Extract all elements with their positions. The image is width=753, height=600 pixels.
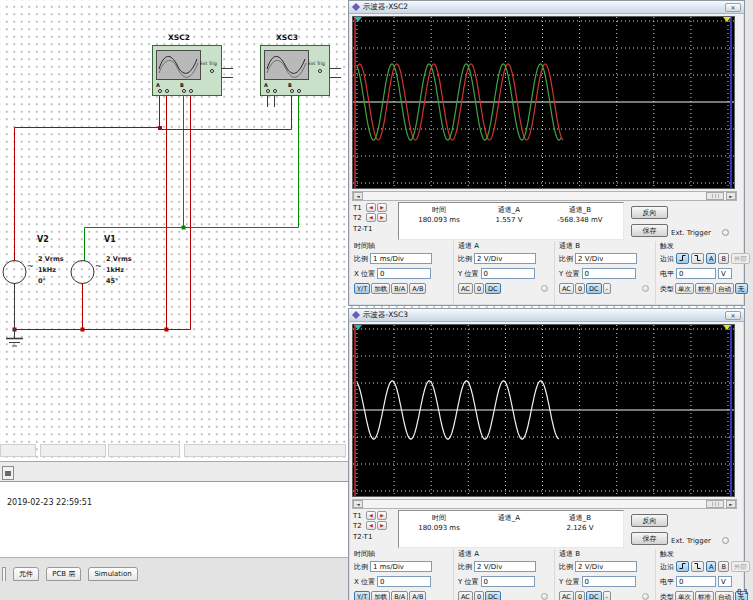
channel-b-scale-input[interactable]: 2 V/Div: [575, 253, 637, 264]
trigger-level-unit[interactable]: V: [718, 268, 732, 279]
ext-trig-pin[interactable]: [318, 69, 322, 73]
trigger-single-button[interactable]: 单次: [675, 591, 694, 600]
channel-b-invert-button[interactable]: -: [603, 591, 611, 600]
terminal-b-plus-pin[interactable]: [182, 89, 186, 93]
scroll-right-arrow[interactable]: ►: [726, 192, 736, 200]
channel-b-position-input[interactable]: 0: [582, 576, 636, 587]
timebase-scale-input[interactable]: 1 ms/Div: [370, 253, 432, 264]
tab-stub[interactable]: [2, 567, 6, 581]
channel-a-ac-button[interactable]: AC: [458, 283, 473, 294]
channel-b-ac-button[interactable]: AC: [559, 283, 574, 294]
save-button[interactable]: 保存: [631, 532, 668, 545]
mode-ab-button[interactable]: A/B: [409, 283, 426, 294]
trigger-single-button[interactable]: 单次: [675, 283, 694, 294]
cursor2-right-button[interactable]: ▶: [377, 213, 387, 222]
trigger-source-a-button[interactable]: A: [706, 253, 716, 264]
trigger-normal-button[interactable]: 标准: [695, 591, 714, 600]
channel-b-dc-button[interactable]: DC: [586, 283, 602, 294]
tab-pcb-layers[interactable]: PCB 层: [46, 567, 81, 581]
terminal-a-plus-pin[interactable]: [266, 89, 270, 93]
terminal-b-minus-pin[interactable]: [189, 89, 193, 93]
trigger-source-b-button[interactable]: B: [718, 561, 728, 572]
rising-edge-button[interactable]: [676, 561, 689, 572]
channel-a-scale-input[interactable]: 2 V/Div: [474, 561, 536, 572]
channel-b-zero-button[interactable]: 0: [575, 283, 585, 294]
terminal-b-plus-pin[interactable]: [290, 89, 294, 93]
oscilloscope-xsc3-symbol[interactable]: Ext Trig A B: [260, 45, 330, 96]
rising-edge-button[interactable]: [676, 253, 689, 264]
channel-a-position-input[interactable]: 0: [481, 576, 535, 587]
channel-b-dc-button[interactable]: DC: [586, 591, 602, 600]
ext-trigger-radio[interactable]: [722, 537, 729, 544]
scrollbar-thumb[interactable]: [706, 500, 724, 508]
mode-yt-button[interactable]: Y/T: [354, 591, 370, 600]
channel-b-zero-button[interactable]: 0: [575, 591, 585, 600]
mode-ba-button[interactable]: B/A: [391, 283, 408, 294]
mode-ab-button[interactable]: A/B: [409, 591, 426, 600]
cursor1-left-button[interactable]: ◀: [366, 203, 376, 212]
trigger-source-b-button[interactable]: B: [718, 253, 728, 264]
cursor1-right-button[interactable]: ▶: [377, 511, 387, 520]
trigger-level-input[interactable]: 0: [676, 576, 716, 587]
cursor1-right-button[interactable]: ▶: [377, 203, 387, 212]
tab-components[interactable]: 元件: [13, 567, 39, 581]
channel-a-ac-button[interactable]: AC: [458, 591, 473, 600]
oscilloscope-xsc2-symbol[interactable]: Ext Trig A B: [152, 45, 222, 96]
window-titlebar[interactable]: 示波器-XSC3 ✕: [349, 309, 744, 322]
cursor1-marker[interactable]: [354, 17, 362, 22]
save-button[interactable]: 保存: [631, 224, 668, 237]
ext-trig-pin[interactable]: [210, 69, 214, 73]
cursor2-marker[interactable]: [723, 17, 731, 22]
cursor1-left-button[interactable]: ◀: [366, 511, 376, 520]
timebase-scale-input[interactable]: 1 ms/Div: [370, 561, 432, 572]
mode-add-button[interactable]: 加载: [371, 591, 390, 600]
trigger-level-input[interactable]: 0: [676, 268, 716, 279]
mode-add-button[interactable]: 加载: [371, 283, 390, 294]
cursor2-right-button[interactable]: ▶: [377, 521, 387, 530]
trigger-source-ext-button[interactable]: 外部: [731, 253, 750, 264]
scope-scrollbar[interactable]: ◄ ►: [352, 499, 737, 509]
channel-b-position-input[interactable]: 0: [582, 268, 636, 279]
reverse-button[interactable]: 反向: [631, 206, 668, 219]
channel-a-zero-button[interactable]: 0: [474, 591, 484, 600]
reverse-button[interactable]: 反向: [631, 514, 668, 527]
trigger-none-button[interactable]: 无: [735, 283, 748, 294]
trigger-source-a-button[interactable]: A: [706, 561, 716, 572]
close-button[interactable]: ✕: [725, 3, 741, 12]
channel-a-dc-button[interactable]: DC: [485, 283, 501, 294]
channel-a-dc-button[interactable]: DC: [485, 591, 501, 600]
cursor2-left-button[interactable]: ◀: [366, 521, 376, 530]
scroll-left-arrow[interactable]: ◄: [353, 500, 363, 508]
window-titlebar[interactable]: 示波器-XSC2 ✕: [349, 1, 744, 14]
trigger-normal-button[interactable]: 标准: [695, 283, 714, 294]
close-button[interactable]: ✕: [725, 311, 741, 320]
trigger-auto-button[interactable]: 自动: [715, 283, 734, 294]
terminal-b-minus-pin[interactable]: [297, 89, 301, 93]
terminal-a-minus-pin[interactable]: [273, 89, 277, 93]
cursor2-marker[interactable]: [723, 325, 731, 330]
channel-b-ac-button[interactable]: AC: [559, 591, 574, 600]
channel-a-scale-input[interactable]: 2 V/Div: [474, 253, 536, 264]
mode-yt-button[interactable]: Y/T: [354, 283, 370, 294]
ext-trigger-radio[interactable]: [722, 229, 729, 236]
scope-scrollbar[interactable]: ◄ ►: [352, 191, 737, 201]
x-position-input[interactable]: 0: [377, 268, 431, 279]
mode-ba-button[interactable]: B/A: [391, 591, 408, 600]
design-tab-stub[interactable]: [2, 466, 14, 480]
tab-simulation[interactable]: Simulation: [88, 567, 137, 581]
channel-a-zero-button[interactable]: 0: [474, 283, 484, 294]
trigger-level-unit[interactable]: V: [718, 576, 732, 587]
trigger-source-ext-button[interactable]: 外部: [731, 561, 750, 572]
channel-b-invert-button[interactable]: -: [603, 283, 611, 294]
x-position-input[interactable]: 0: [377, 576, 431, 587]
scroll-left-arrow[interactable]: ◄: [353, 192, 363, 200]
falling-edge-button[interactable]: [691, 253, 704, 264]
terminal-a-minus-pin[interactable]: [165, 89, 169, 93]
scrollbar-thumb[interactable]: [706, 192, 724, 200]
trigger-auto-button[interactable]: 自动: [715, 591, 734, 600]
falling-edge-button[interactable]: [691, 561, 704, 572]
scroll-right-arrow[interactable]: ►: [726, 500, 736, 508]
channel-a-position-input[interactable]: 0: [481, 268, 535, 279]
channel-b-scale-input[interactable]: 2 V/Div: [575, 561, 637, 572]
cursor1-marker[interactable]: [354, 325, 362, 330]
